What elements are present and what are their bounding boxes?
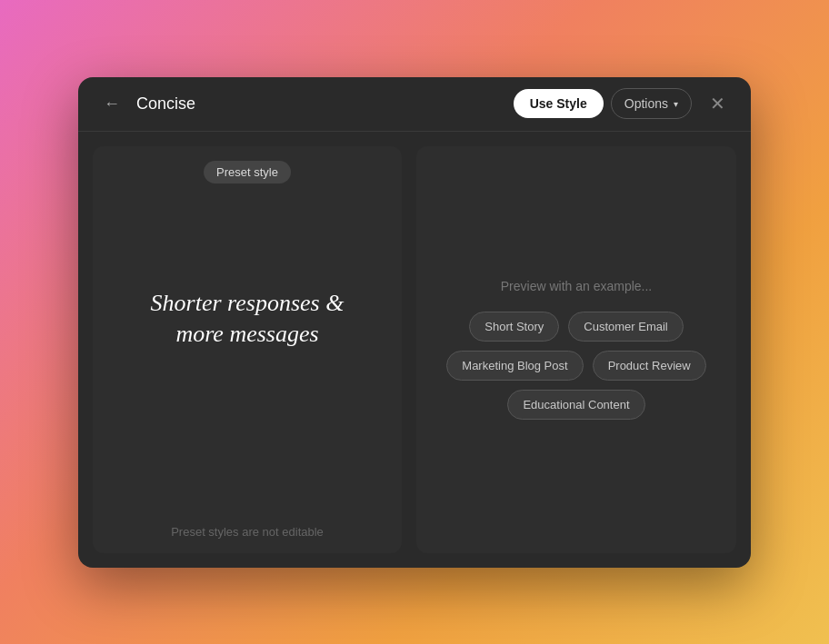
preset-not-editable-text: Preset styles are not editable	[171, 525, 324, 539]
tag-product-review[interactable]: Product Review	[593, 351, 706, 381]
preview-label: Preview with an example...	[501, 279, 653, 293]
tag-short-story[interactable]: Short Story	[469, 312, 559, 342]
example-tags-container: Short Story Customer Email Marketing Blo…	[438, 312, 714, 420]
back-button[interactable]: ←	[96, 91, 127, 117]
left-panel-footer: Preset styles are not editable	[93, 510, 402, 553]
tag-row-3: Educational Content	[507, 390, 644, 420]
tag-educational-content[interactable]: Educational Content	[507, 390, 644, 420]
style-description: Shorter responses & more messages	[151, 288, 345, 350]
tag-marketing-blog-post[interactable]: Marketing Blog Post	[446, 351, 583, 381]
modal-container: ← Concise Use Style Options ▾ ✕ Preset s…	[78, 77, 751, 568]
description-line1: Shorter responses &	[151, 290, 345, 316]
tag-row-1: Short Story Customer Email	[469, 312, 684, 342]
modal-body: Preset style Shorter responses & more me…	[78, 132, 751, 568]
options-label: Options	[624, 96, 668, 111]
use-style-button[interactable]: Use Style	[514, 89, 604, 118]
modal-title: Concise	[136, 94, 514, 114]
chevron-down-icon: ▾	[674, 99, 678, 109]
description-line2: more messages	[175, 321, 318, 347]
modal-header: ← Concise Use Style Options ▾ ✕	[78, 77, 751, 132]
left-panel: Preset style Shorter responses & more me…	[93, 146, 402, 553]
left-panel-content: Shorter responses & more messages	[93, 146, 402, 510]
back-icon: ←	[104, 94, 120, 114]
tag-customer-email[interactable]: Customer Email	[568, 312, 683, 342]
preset-badge: Preset style	[204, 161, 291, 183]
header-actions: Use Style Options ▾ ✕	[514, 88, 733, 119]
options-button[interactable]: Options ▾	[611, 88, 692, 119]
tag-row-2: Marketing Blog Post Product Review	[446, 351, 705, 381]
close-button[interactable]: ✕	[703, 89, 733, 118]
right-panel: Preview with an example... Short Story C…	[416, 146, 736, 553]
